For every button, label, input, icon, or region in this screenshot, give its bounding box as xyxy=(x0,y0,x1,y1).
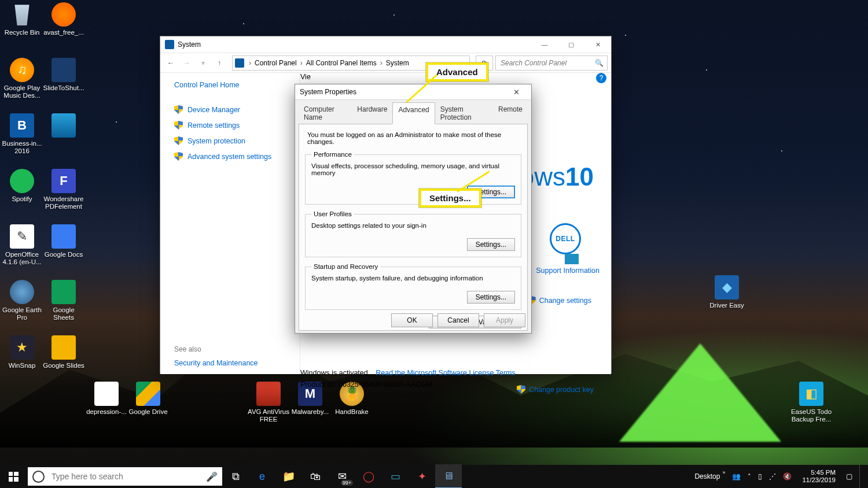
desktop-icon-label: Business-in... 2016 xyxy=(0,140,44,155)
breadcrumb[interactable]: System xyxy=(386,59,409,67)
taskbar-app-generic1[interactable]: ▭ xyxy=(382,465,409,488)
taskbar-app-vivaldi[interactable]: ◯ xyxy=(355,465,382,488)
desktop-icon-label: avast_free_... xyxy=(42,29,86,36)
desktop-icon-label: Google Sheets xyxy=(42,306,86,321)
energy-star-icon xyxy=(565,254,579,264)
minimize-button[interactable]: — xyxy=(531,36,558,53)
sidebar-link-label: Device Manager xyxy=(187,106,240,114)
desktop-icon-google-docs[interactable]: Google Docs xyxy=(42,224,86,258)
easeus-icon: ◧ xyxy=(799,382,823,406)
tray-clock[interactable]: 5:45 PM 11/23/2019 xyxy=(799,469,839,484)
taskbar-app-mail[interactable]: ✉99+ xyxy=(329,465,355,488)
tray-wifi-icon[interactable]: ⋰ xyxy=(769,472,776,480)
tab-system-protection[interactable]: System Protection xyxy=(435,102,493,124)
control-panel-sidebar: Control Panel Home Device Manager Remote… xyxy=(160,73,300,374)
sidebar-link-remote-settings[interactable]: Remote settings xyxy=(174,121,293,130)
dialog-titlebar[interactable]: System Properties ✕ xyxy=(295,84,531,100)
show-desktop-button[interactable] xyxy=(859,465,863,488)
desktop-icon-google-drive[interactable]: Google Drive xyxy=(126,382,170,416)
search-input[interactable] xyxy=(499,58,595,68)
taskbar-app-store[interactable]: 🛍 xyxy=(302,465,329,488)
shield-icon xyxy=(174,105,183,114)
taskbar-search-input[interactable] xyxy=(50,471,200,482)
desktop-icon-business-in-2016[interactable]: B Business-in... 2016 xyxy=(0,113,44,155)
apply-button[interactable]: Apply xyxy=(484,313,525,327)
desktop-icon-driver-easy[interactable]: ◆ Driver Easy xyxy=(705,275,749,309)
product-id: Product ID: 00325-95800-00000-AAOEM xyxy=(300,380,432,389)
desktop-icon-avast[interactable]: avast_free_... xyxy=(42,2,86,36)
startup-recovery-settings-button[interactable]: Settings... xyxy=(467,291,515,304)
taskbar-search[interactable]: 🎤 xyxy=(28,467,222,486)
dell-logo: DELL xyxy=(550,223,581,254)
desktop-icon-depression[interactable]: depression-... xyxy=(84,382,128,416)
breadcrumb[interactable]: All Control Panel Items xyxy=(306,59,377,67)
taskbar-app-generic2[interactable]: ✦ xyxy=(409,465,435,488)
desktop-icon-recycle-bin[interactable]: Recycle Bin xyxy=(0,2,44,36)
control-panel-home-link[interactable]: Control Panel Home xyxy=(174,81,293,89)
music-icon: ♫ xyxy=(10,58,34,82)
start-button[interactable] xyxy=(0,465,27,488)
shortcut-icon xyxy=(52,58,76,82)
tray-people-icon[interactable]: 👥 xyxy=(732,472,741,480)
task-view-button[interactable]: ⧉ xyxy=(222,465,249,488)
desktop-icon-avg[interactable]: AVG AntiVirus FREE xyxy=(247,382,290,423)
license-terms-link[interactable]: Read the Microsoft Software License Term… xyxy=(376,369,516,377)
nav-forward-button[interactable]: → xyxy=(180,56,194,70)
tray-battery-icon[interactable]: ▯ xyxy=(758,472,762,480)
tray-desktop-toolbar[interactable]: Desktop» xyxy=(694,472,725,480)
user-profiles-settings-button[interactable]: Settings... xyxy=(467,238,515,251)
tray-volume-icon[interactable]: 🔇 xyxy=(783,472,792,480)
desktop-icon-winsnap[interactable]: ★ WinSnap xyxy=(0,335,44,369)
tab-remote[interactable]: Remote xyxy=(493,102,528,124)
desktop-icon-pdfelement[interactable]: F Wondershare PDFelement xyxy=(42,169,86,210)
support-information-link[interactable]: Support Information xyxy=(536,267,599,275)
nav-back-button[interactable]: ← xyxy=(164,56,178,70)
see-also-link[interactable]: Security and Maintenance xyxy=(174,359,293,367)
help-icon[interactable]: ? xyxy=(596,73,606,83)
nav-up-button[interactable]: ↑ xyxy=(212,56,226,70)
sidebar-link-device-manager[interactable]: Device Manager xyxy=(174,105,293,114)
desktop-icon-google-play-music[interactable]: ♫ Google Play Music Des... xyxy=(0,58,44,99)
desktop-icon-spotify[interactable]: Spotify xyxy=(0,169,44,203)
annotation-settings: Settings... xyxy=(419,188,481,208)
desktop-icon-easeus[interactable]: ◧ EaseUS Todo Backup Fre... xyxy=(789,382,833,423)
window-titlebar[interactable]: System — ▢ ✕ xyxy=(160,36,611,53)
tab-hardware[interactable]: Hardware xyxy=(352,102,392,124)
change-product-key-link[interactable]: Change product key xyxy=(517,385,594,394)
desktop-icon-slidetoshut[interactable]: SlideToShut... xyxy=(42,58,86,92)
desktop-icon-label: Spotify xyxy=(0,195,44,203)
system-icon xyxy=(235,58,244,68)
desktop-icon-google-earth[interactable]: Google Earth Pro xyxy=(0,280,44,321)
tray-overflow-icon[interactable]: ˄ xyxy=(748,473,751,480)
desktop-icon-label: depression-... xyxy=(84,408,128,416)
admin-note: You must be logged on as an Administrato… xyxy=(307,131,521,145)
desktop-icon-generic-shortcut[interactable] xyxy=(42,113,86,140)
desktop-icon-google-slides[interactable]: Google Slides xyxy=(42,335,86,369)
taskbar-app-edge[interactable]: e xyxy=(249,465,275,488)
spotify-icon xyxy=(10,169,34,193)
taskbar-app-explorer[interactable]: 📁 xyxy=(275,465,302,488)
tray-action-center-icon[interactable]: ▢ xyxy=(846,472,852,480)
search-control-panel[interactable]: 🔍 xyxy=(495,56,608,71)
dialog-close-button[interactable]: ✕ xyxy=(506,88,527,97)
sidebar-link-system-protection[interactable]: System protection xyxy=(174,136,293,145)
tab-computer-name[interactable]: Computer Name xyxy=(299,102,352,124)
desktop-icon-openoffice[interactable]: ✎ OpenOffice 4.1.6 (en-U... xyxy=(0,224,44,266)
see-also-header: See also xyxy=(174,345,293,353)
tab-advanced[interactable]: Advanced xyxy=(392,102,435,124)
desktop-icon-label: Google Drive xyxy=(126,408,170,416)
maximize-button[interactable]: ▢ xyxy=(558,36,584,53)
google-sheets-icon xyxy=(52,280,76,304)
change-settings-link[interactable]: Change settings xyxy=(527,296,591,305)
sidebar-link-advanced-system-settings[interactable]: Advanced system settings xyxy=(174,152,293,161)
breadcrumb[interactable]: Control Panel xyxy=(255,59,297,67)
cancel-button[interactable]: Cancel xyxy=(437,313,479,327)
nav-recent-button[interactable]: ▾ xyxy=(196,56,210,70)
close-button[interactable]: ✕ xyxy=(584,36,611,53)
mic-icon[interactable]: 🎤 xyxy=(206,471,218,482)
taskbar-app-system[interactable]: 🖥 xyxy=(435,464,462,488)
ok-button[interactable]: OK xyxy=(391,313,433,327)
desktop-icon-google-sheets[interactable]: Google Sheets xyxy=(42,280,86,321)
group-legend: Performance xyxy=(311,151,354,158)
group-description: Desktop settings related to your sign-in xyxy=(311,222,515,229)
